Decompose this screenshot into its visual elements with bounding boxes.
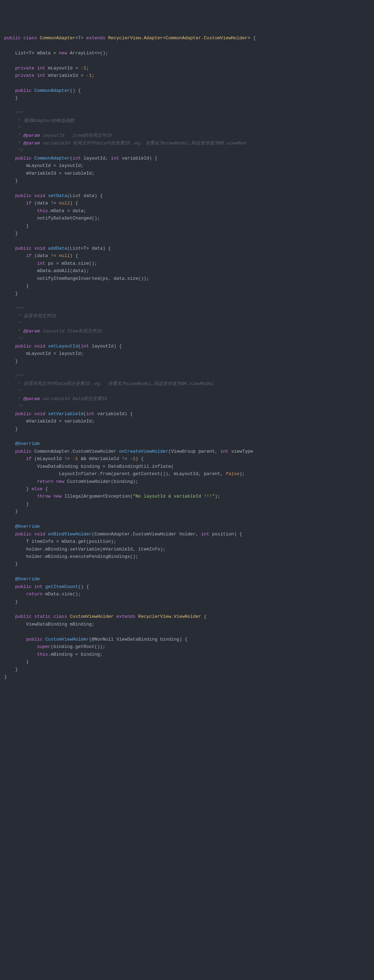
keyword-int: int — [37, 73, 45, 78]
code-line: List<T> mData = new ArrayList<>(); — [4, 51, 108, 56]
param-name: variableId — [97, 411, 124, 417]
exception-type: IllegalArgumentException — [65, 494, 130, 499]
javadoc-line: /** — [15, 374, 23, 379]
keyword-class: class — [24, 35, 37, 41]
keyword-int: int — [220, 449, 228, 454]
javadoc-line: */ — [15, 404, 23, 409]
field-name: mVariableId — [48, 73, 78, 78]
keyword-int: int — [81, 344, 89, 349]
code-line: * 设置布局文件ID — [4, 313, 56, 319]
condition-close: ) { — [70, 253, 78, 258]
keyword-class: class — [53, 614, 67, 619]
keyword-throw: throw — [37, 494, 51, 499]
constructor-name: CommonAdapter — [34, 88, 70, 93]
code-line: LayoutInflater.from(parent.getContext())… — [4, 471, 245, 477]
code-line: /** — [4, 110, 24, 116]
code-line: public static class CustomViewHolder ext… — [4, 614, 207, 619]
statement: notifyItemRangeInserted(ps, data.size())… — [37, 276, 149, 281]
param-name: variableId — [122, 156, 149, 161]
false-literal: false — [226, 471, 239, 477]
code-line: @Override — [4, 524, 40, 529]
null-literal: null — [59, 253, 70, 258]
code-line: } — [4, 562, 18, 566]
condition: (data != — [34, 253, 59, 258]
statement: T itemInfo = mData.get(position); — [26, 539, 116, 544]
code-line: * @param variableId Data部分变量ID — [4, 396, 107, 401]
number-literal: -1 — [73, 456, 78, 461]
javadoc-line: /** — [15, 306, 23, 311]
method-name: addData — [48, 246, 67, 251]
param-name: data — [92, 246, 103, 251]
code-line: /** — [4, 374, 24, 379]
code-line: mLayoutId = layoutId; — [4, 351, 83, 356]
code-line: } — [4, 231, 18, 236]
code-line: if (data != null) { — [4, 200, 78, 206]
statement: .mBinding = binding; — [48, 652, 103, 657]
param-name: binding — [160, 637, 180, 642]
code-line: mLayoutId = layoutId; — [4, 163, 83, 168]
code-viewer[interactable]: public class CommonAdapter<T> extends Re… — [4, 34, 374, 681]
method-name: setVariableId — [48, 411, 83, 417]
param-name: holder — [179, 531, 196, 537]
constructor-name: CustomViewHolder — [45, 637, 89, 642]
method-name: onBindViewHolder — [48, 531, 92, 537]
code-line: holder.mBinding.setVariable(mVariableId,… — [4, 547, 166, 552]
code-line: public CommonAdapter.CustomViewHolder on… — [4, 449, 253, 454]
code-line: mVariableId = variableId; — [4, 418, 94, 424]
param-name: parent — [198, 449, 215, 454]
keyword-int: int — [201, 531, 209, 537]
keyword-public: public — [15, 156, 32, 161]
field-name: mData — [37, 51, 51, 56]
keyword-super: super — [37, 644, 51, 649]
annotation-override: @Override — [15, 576, 40, 582]
code-line: public void onBindViewHolder(CommonAdapt… — [4, 531, 242, 537]
code-line: public void addData(List<T> data) { — [4, 246, 111, 251]
code-line: return new CustomViewHolder(binding); — [4, 479, 138, 484]
code-line: * @param layoutId Item布局文件ID — [4, 329, 102, 334]
code-line: public CommonAdapter(int layoutId, int v… — [4, 156, 158, 161]
code-line: public void setVariableId(int variableId… — [4, 411, 133, 417]
code-line: private int mVariableId = -1; — [4, 73, 95, 78]
return-type: CommonAdapter.CustomViewHolder — [34, 449, 116, 454]
keyword-public: public — [15, 531, 32, 537]
code-line: T itemInfo = mData.get(position); — [4, 539, 116, 544]
statement: mData.addAll(data); — [37, 268, 89, 274]
annotation-override: @Override — [15, 524, 40, 529]
keyword-public: public — [15, 88, 32, 93]
keyword-int: int — [86, 411, 94, 417]
code-line: mData.addAll(data); — [4, 268, 89, 274]
field-name: mBinding — [70, 622, 91, 627]
statement: notifyDataSetChanged(); — [37, 216, 100, 221]
field-name: mLayoutId — [48, 65, 73, 71]
method-name: onCreateViewHolder — [119, 449, 168, 454]
class-name: CommonAdapter — [40, 35, 75, 41]
condition: (data != — [34, 200, 59, 206]
condition-close: ) { — [70, 200, 78, 206]
keyword-new: new — [53, 494, 61, 499]
statement: CustomViewHolder(binding); — [65, 479, 138, 484]
code-line: * — [4, 126, 21, 131]
code-line: } — [4, 223, 29, 229]
code-line: } — [4, 291, 18, 296]
keyword-int: int — [34, 584, 42, 589]
method-name: setData — [48, 193, 67, 199]
statement: ViewDataBinding binding = DataBindingUti… — [37, 464, 174, 469]
code-line: } else { — [4, 486, 48, 492]
code-line: private int mLayoutId = -1; — [4, 65, 89, 71]
code-line: ViewDataBinding mBinding; — [4, 622, 95, 627]
code-line: return mData.size(); — [4, 592, 81, 597]
param-name: data — [83, 193, 94, 199]
method-name: setLayoutId — [48, 344, 78, 349]
init-expr: ArrayList<>() — [70, 51, 105, 56]
statement: holder.mBinding.executePendingBindings()… — [26, 554, 138, 559]
number-literal: -1 — [81, 65, 86, 71]
statement: ps = mData.size(); — [45, 261, 97, 266]
javadoc-line: * — [15, 133, 23, 138]
code-line: * 通用Adapter的构造函数 — [4, 118, 74, 123]
code-line: @Override — [4, 441, 40, 446]
param-type: ViewGroup — [171, 449, 196, 454]
super-class: RecyclerView.ViewHolder — [138, 614, 201, 619]
javadoc-text: variableId 布局文件中data中的变量ID，eg. 变量名为viewM… — [40, 141, 246, 146]
param-name: viewType — [231, 449, 253, 454]
code-line: notifyItemRangeInserted(ps, data.size())… — [4, 276, 149, 281]
